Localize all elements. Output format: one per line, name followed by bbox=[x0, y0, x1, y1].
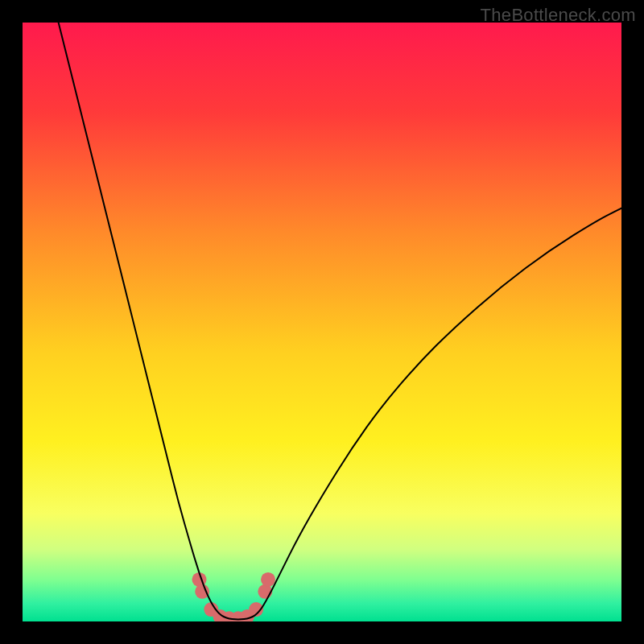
marker-dot bbox=[261, 572, 275, 587]
marker-dot bbox=[195, 584, 209, 599]
watermark-text: TheBottleneck.com bbox=[481, 5, 636, 26]
plot-area bbox=[23, 23, 621, 621]
chart-svg bbox=[23, 23, 621, 621]
gradient-background bbox=[23, 23, 621, 621]
chart-frame: TheBottleneck.com bbox=[0, 0, 644, 644]
